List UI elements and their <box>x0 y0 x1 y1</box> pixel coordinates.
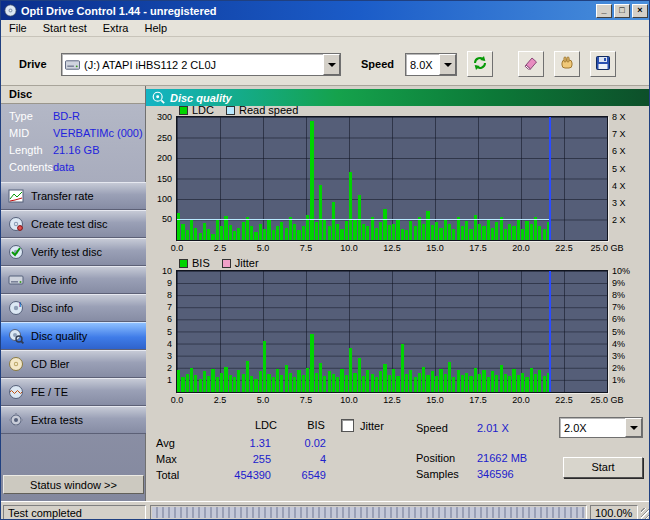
data-bar <box>233 231 236 240</box>
progress-bar-fill <box>152 507 585 518</box>
close-button[interactable]: × <box>632 4 648 18</box>
data-bar <box>220 373 223 392</box>
opti-drive-control-window: Opti Drive Control 1.44 - unregistered _… <box>0 0 650 520</box>
data-bar <box>530 368 533 392</box>
sidebar-item-cd-bler[interactable]: CD Bler <box>1 350 146 378</box>
data-bar <box>358 358 361 392</box>
speed-select-arrow[interactable] <box>439 54 456 75</box>
data-bar <box>186 230 189 240</box>
floppy-disk-icon <box>595 55 611 73</box>
data-bar <box>487 377 490 392</box>
bis-avg-value: 0.02 <box>283 437 326 449</box>
speed-select[interactable]: 8.0X <box>405 53 457 76</box>
y-axis-tick-right: 10% <box>612 266 648 276</box>
data-bar <box>211 369 214 392</box>
svg-text:i: i <box>19 301 21 308</box>
data-bar <box>272 230 275 240</box>
data-bar <box>409 221 412 240</box>
data-bar <box>512 226 515 240</box>
chevron-down-icon <box>444 63 452 67</box>
sidebar-item-disc-info[interactable]: i Disc info <box>1 294 146 322</box>
data-bar <box>388 225 391 240</box>
data-bar <box>379 371 382 392</box>
data-bar <box>371 374 374 392</box>
refresh-button[interactable] <box>467 51 493 77</box>
data-bar <box>328 371 331 392</box>
x-axis-tick: 15.0 <box>413 243 457 253</box>
data-bar <box>267 374 270 392</box>
data-bar <box>482 226 485 240</box>
sidebar-item-transfer-rate[interactable]: Transfer rate <box>1 182 146 210</box>
data-bar <box>190 219 193 240</box>
eject-button[interactable] <box>554 51 580 77</box>
disc-section-title: Disc <box>1 86 145 104</box>
data-bar <box>358 195 361 240</box>
y-axis-tick-right: 2% <box>612 363 648 373</box>
data-bar <box>297 230 300 240</box>
status-window-button[interactable]: Status window >> <box>3 475 144 494</box>
menu-extra[interactable]: Extra <box>95 20 137 36</box>
data-bar <box>478 224 481 240</box>
data-bar <box>534 217 537 240</box>
disc-icon <box>8 356 24 372</box>
x-axis-tick: 0.0 <box>155 243 199 253</box>
disc-type-value: BD-R <box>53 110 80 122</box>
data-bar <box>199 379 202 392</box>
erase-disc-button[interactable] <box>518 51 544 77</box>
maximize-button[interactable]: □ <box>614 4 630 18</box>
start-button[interactable]: Start <box>563 457 643 478</box>
data-bar <box>332 374 335 392</box>
data-bar <box>409 370 412 392</box>
sidebar-item-label: CD Bler <box>31 358 70 370</box>
x-axis-tick: 2.5 <box>198 395 242 405</box>
y-axis-tick-right: 4% <box>612 339 648 349</box>
stats-col-bis: BIS <box>299 419 333 431</box>
data-bar <box>328 226 331 240</box>
minimize-button[interactable]: _ <box>596 4 612 18</box>
jitter-checkbox[interactable] <box>341 419 354 432</box>
sidebar-item-fe-te[interactable]: FE / TE <box>1 378 146 406</box>
bis-total-value: 6549 <box>283 469 326 481</box>
disc-quality-icon <box>8 328 24 344</box>
sidebar-item-extra-tests[interactable]: Extra tests <box>1 406 146 434</box>
data-bar <box>439 228 442 240</box>
data-bar <box>362 376 365 392</box>
x-axis-tick: 12.5 <box>370 243 414 253</box>
disc-type-label: Type <box>9 110 33 122</box>
data-bar <box>452 229 455 240</box>
progress-percent: 100.0% <box>590 505 638 520</box>
data-bar <box>250 226 253 240</box>
save-button[interactable] <box>590 51 616 77</box>
data-bar <box>285 365 288 392</box>
menu-start-test[interactable]: Start test <box>35 20 95 36</box>
sidebar-item-create-test-disc[interactable]: Create test disc <box>1 210 146 238</box>
data-bar <box>280 222 283 240</box>
menu-help[interactable]: Help <box>136 20 175 36</box>
data-bar <box>530 224 533 240</box>
data-bar <box>500 217 503 240</box>
sidebar-item-label: Verify test disc <box>31 246 102 258</box>
statusbar: Test completed 100.0% <box>1 501 650 520</box>
bis-max-value: 4 <box>283 453 326 465</box>
data-bar <box>272 377 275 392</box>
sidebar-item-verify-test-disc[interactable]: Verify test disc <box>1 238 146 266</box>
y-axis-tick: 300 <box>138 112 172 122</box>
data-bar <box>465 373 468 392</box>
data-bar <box>259 371 262 392</box>
drive-select[interactable]: (J:) ATAPI iHBS112 2 CL0J <box>61 53 341 76</box>
drive-select-value: (J:) ATAPI iHBS112 2 CL0J <box>80 59 323 71</box>
y-axis-tick: 9 <box>138 278 172 288</box>
read-speed-select-arrow[interactable] <box>625 418 642 437</box>
sidebar-item-drive-info[interactable]: Drive info <box>1 266 146 294</box>
sidebar-item-label: Extra tests <box>31 414 83 426</box>
data-bar <box>491 371 494 392</box>
speed-select-value: 8.0X <box>406 59 439 71</box>
data-bar <box>306 368 309 392</box>
sidebar-item-disc-quality[interactable]: Disc quality <box>1 322 146 350</box>
data-bar <box>293 224 296 240</box>
read-speed-select[interactable]: 2.0X <box>559 417 643 438</box>
drive-select-arrow[interactable] <box>323 54 340 75</box>
menu-file[interactable]: File <box>1 20 35 36</box>
position-stat-value: 21662 MB <box>477 452 527 464</box>
data-bar <box>177 213 180 240</box>
